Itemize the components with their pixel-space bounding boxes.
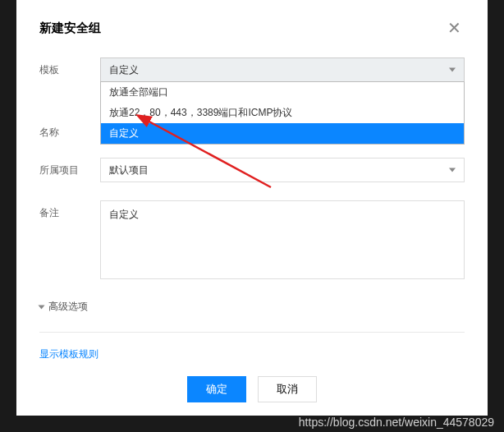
modal-body: 模板 自定义 放通全部端口 放通22，80，443，3389端口和ICMP协议 … [16,53,488,422]
label-template: 模板 [39,57,100,77]
row-project: 所属项目 默认项目 [39,158,465,182]
show-template-rules-link[interactable]: 显示模板规则 [39,348,99,360]
create-security-group-modal: 新建安全组 ✕ 模板 自定义 放通全部端口 放通22，80，443，3389端口… [16,0,488,416]
label-name: 名称 [39,120,100,140]
template-selected-value: 自定义 [109,64,139,76]
chevron-down-icon [449,68,456,72]
cancel-button[interactable]: 取消 [258,376,317,402]
row-template: 模板 自定义 放通全部端口 放通22，80，443，3389端口和ICMP协议 … [39,57,465,82]
close-icon[interactable]: ✕ [444,18,465,38]
remark-textarea[interactable] [100,200,465,279]
ok-button[interactable]: 确定 [187,376,246,402]
dropdown-option-selected[interactable]: 自定义 [101,123,464,144]
chevron-down-icon [39,305,45,309]
modal-title: 新建安全组 [39,21,101,36]
chevron-down-icon [449,168,456,172]
modal-footer: 确定 取消 [39,361,465,422]
project-selected-value: 默认项目 [109,164,149,176]
watermark: https://blog.csdn.net/weixin_44578029 [299,416,494,429]
template-dropdown: 放通全部端口 放通22，80，443，3389端口和ICMP协议 自定义 [100,81,465,145]
row-remark: 备注 [39,200,465,282]
template-select-wrap: 自定义 放通全部端口 放通22，80，443，3389端口和ICMP协议 自定义 [100,57,465,82]
project-select[interactable]: 默认项目 [100,158,465,182]
dropdown-option[interactable]: 放通22，80，443，3389端口和ICMP协议 [101,103,464,123]
remark-field-wrap [100,200,465,282]
divider [39,332,465,333]
modal-header: 新建安全组 ✕ [16,0,488,53]
advanced-label: 高级选项 [48,300,88,314]
advanced-toggle[interactable]: 高级选项 [39,300,88,314]
label-remark: 备注 [39,200,100,220]
label-project: 所属项目 [39,158,100,177]
project-select-wrap: 默认项目 [100,158,465,182]
template-select[interactable]: 自定义 [100,57,465,82]
dropdown-option[interactable]: 放通全部端口 [101,82,464,103]
